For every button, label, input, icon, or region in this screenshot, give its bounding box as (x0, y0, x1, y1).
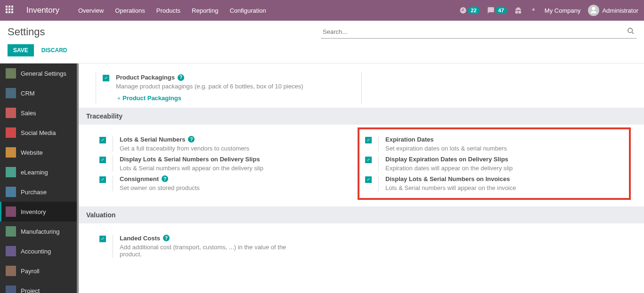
sidebar-item-crm[interactable]: CRM (0, 83, 77, 103)
help-icon[interactable]: ? (178, 74, 184, 81)
ic-crm-icon (6, 88, 16, 98)
checkbox-product-packagings[interactable] (103, 75, 109, 81)
user-name: Administrator (602, 7, 638, 14)
setting-title: Expiration Dates (385, 136, 434, 143)
setting-empty (361, 72, 627, 104)
sidebar-item-elearning[interactable]: eLearning (0, 162, 77, 182)
activity-button[interactable]: 22 (459, 7, 479, 14)
settings-main[interactable]: Product Packagings? Manage product packa… (79, 63, 644, 293)
setting-title: Consignment (120, 175, 159, 182)
sidebar-item-website[interactable]: Website (0, 143, 77, 162)
messages-button[interactable]: 47 (487, 7, 507, 14)
ic-sales-icon (6, 108, 16, 118)
sidebar-item-accounting[interactable]: Accounting (0, 241, 77, 261)
search-box[interactable] (321, 25, 636, 39)
sidebar-item-payroll[interactable]: Payroll (0, 261, 77, 281)
sidebar-item-label: Website (21, 149, 43, 156)
gift-icon[interactable] (514, 7, 522, 14)
checkbox-delivery-expiration[interactable] (365, 157, 372, 163)
sidebar-item-social-media[interactable]: Social Media (0, 123, 77, 143)
sidebar-item-label: Sales (21, 110, 36, 117)
sidebar-item-label: Project (21, 287, 40, 293)
sidebar-item-sales[interactable]: Sales (0, 103, 77, 123)
clock-icon (459, 7, 467, 14)
setting-title: Display Lots & Serial Numbers on Invoice… (385, 175, 510, 182)
nav-products[interactable]: Products (156, 7, 180, 14)
ic-purchase-icon (6, 187, 16, 197)
sidebar-item-project[interactable]: Project (0, 281, 77, 293)
setting-desc: Set expiration dates on lots & serial nu… (385, 145, 623, 152)
sidebar-item-label: Purchase (21, 189, 47, 196)
setting-title: Display Expiration Dates on Delivery Sli… (385, 156, 508, 163)
link-product-packagings[interactable]: Product Packagings (116, 95, 181, 102)
messages-count: 47 (496, 7, 507, 14)
sidebar-item-manufacturing[interactable]: Manufacturing (0, 222, 77, 241)
ic-project-icon (6, 285, 16, 293)
help-icon[interactable]: ? (163, 235, 170, 241)
setting-lots: Lots & Serial Numbers? Get a full tracea… (96, 134, 361, 154)
checkbox-landed-costs[interactable] (99, 236, 106, 242)
arrow-right-icon (116, 96, 121, 101)
sidebar-item-label: Manufacturing (21, 228, 59, 235)
ic-inv-icon (6, 206, 16, 217)
section-valuation: Valuation (79, 206, 644, 223)
user-menu[interactable]: Administrator (588, 5, 638, 16)
save-button[interactable]: SAVE (8, 44, 34, 56)
sidebar-item-purchase[interactable]: Purchase (0, 182, 77, 202)
topbar-right: 22 47 My Company Administrator (459, 5, 638, 16)
tools-icon[interactable] (530, 7, 537, 14)
setting-product-packagings: Product Packagings? Manage product packa… (96, 72, 361, 104)
search-input[interactable] (321, 25, 636, 38)
checkbox-delivery-lots[interactable] (99, 157, 106, 163)
sidebar-item-inventory[interactable]: Inventory (0, 202, 77, 222)
ic-acct-icon (6, 246, 16, 256)
nav-overview[interactable]: Overview (78, 7, 104, 14)
setting-empty (361, 233, 627, 260)
ic-social-icon (6, 127, 16, 138)
setting-title: Landed Costs (120, 235, 160, 242)
ic-gear-icon (6, 68, 16, 79)
setting-landed-costs: Landed Costs? Add additional cost (trans… (96, 233, 361, 260)
discard-button[interactable]: DISCARD (41, 47, 67, 54)
setting-desc: Lots & Serial numbers will appear on the… (120, 165, 358, 172)
setting-desc: Get a full traceability from vendors to … (120, 145, 358, 152)
setting-delivery-lots: Display Lots & Serial Numbers on Deliver… (96, 154, 361, 174)
setting-title: Display Lots & Serial Numbers on Deliver… (120, 156, 260, 163)
setting-desc: Lots & Serial numbers will appear on the… (385, 184, 623, 191)
company-name[interactable]: My Company (545, 7, 581, 14)
apps-icon[interactable] (6, 6, 15, 15)
brand-title: Inventory (26, 6, 59, 15)
checkbox-invoice-lots[interactable] (365, 176, 372, 183)
checkbox-consignment[interactable] (99, 176, 106, 183)
highlighted-group: Expiration Dates Set expiration dates on… (358, 127, 631, 200)
ic-mfg-icon (6, 226, 16, 237)
sidebar-item-label: Accounting (21, 248, 51, 255)
activity-count: 22 (468, 7, 479, 14)
setting-desc: Add additional cost (transport, customs,… (120, 244, 289, 258)
sidebar-item-label: General Settings (21, 70, 66, 77)
nav-reporting[interactable]: Reporting (192, 7, 218, 14)
setting-title: Product Packagings (116, 74, 175, 81)
nav-operations[interactable]: Operations (115, 7, 145, 14)
page-title: Settings (8, 26, 45, 38)
ic-web-icon (6, 147, 16, 158)
setting-delivery-expiration: Display Expiration Dates on Delivery Sli… (361, 154, 627, 174)
checkbox-lots[interactable] (99, 137, 106, 143)
main-nav: Overview Operations Products Reporting C… (78, 7, 266, 14)
checkbox-expiration[interactable] (365, 137, 372, 143)
setting-invoice-lots: Display Lots & Serial Numbers on Invoice… (361, 174, 627, 193)
help-icon[interactable]: ? (162, 175, 168, 182)
control-panel: Settings SAVE DISCARD (0, 21, 644, 63)
sidebar-item-general-settings[interactable]: General Settings (0, 63, 77, 83)
chat-icon (487, 7, 495, 14)
ic-elearn-icon (6, 167, 16, 177)
section-traceability: Traceability (79, 108, 644, 125)
help-icon[interactable]: ? (188, 136, 195, 143)
avatar-icon (588, 5, 599, 16)
nav-configuration[interactable]: Configuration (229, 7, 266, 14)
setting-desc: Manage product packagings (e.g. pack of … (116, 83, 358, 90)
setting-consignment: Consignment? Set owner on stored product… (96, 174, 361, 193)
sidebar-item-label: eLearning (21, 169, 48, 176)
topbar: Inventory Overview Operations Products R… (0, 0, 644, 21)
setting-expiration: Expiration Dates Set expiration dates on… (361, 134, 627, 154)
